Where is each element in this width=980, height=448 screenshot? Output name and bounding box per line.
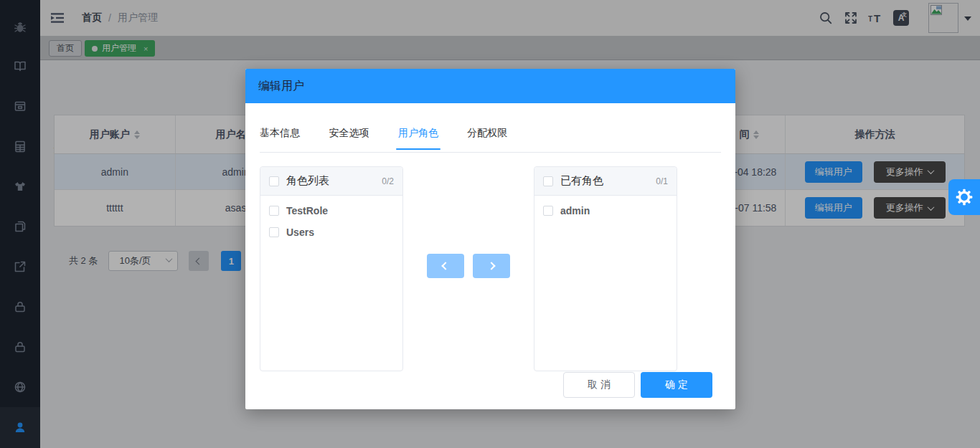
- transfer-to-left-button[interactable]: [427, 254, 464, 278]
- tab-security-options[interactable]: 安全选项: [329, 127, 369, 149]
- transfer-source-panel: 角色列表 0/2 TestRole Users: [260, 166, 403, 371]
- item-checkbox[interactable]: [269, 227, 279, 237]
- item-checkbox[interactable]: [543, 206, 553, 216]
- list-item[interactable]: TestRole: [260, 200, 402, 221]
- list-item[interactable]: admin: [534, 200, 677, 221]
- transfer-target-header: 已有角色 0/1: [534, 167, 677, 196]
- item-checkbox[interactable]: [269, 206, 279, 216]
- select-all-checkbox[interactable]: [269, 176, 279, 186]
- transfer-target-list: admin: [534, 196, 677, 221]
- confirm-button[interactable]: 确 定: [641, 372, 712, 398]
- modal-header: 编辑用户: [245, 69, 735, 103]
- edit-user-modal: 编辑用户 基本信息 安全选项 用户角色 分配权限 角色列表 0/2 TestRo…: [245, 69, 735, 409]
- transfer-target-title: 已有角色: [560, 174, 649, 188]
- tab-user-roles[interactable]: 用户角色: [398, 127, 438, 149]
- chevron-right-icon: [487, 262, 495, 270]
- transfer-source-title: 角色列表: [286, 174, 374, 188]
- modal-title: 编辑用户: [258, 69, 304, 103]
- transfer-buttons: [427, 254, 510, 278]
- list-item[interactable]: Users: [260, 221, 402, 243]
- transfer-source-count: 0/2: [382, 176, 394, 186]
- select-all-checkbox[interactable]: [543, 176, 553, 186]
- transfer-to-right-button[interactable]: [473, 254, 510, 278]
- transfer-source-list: TestRole Users: [260, 196, 402, 243]
- chevron-left-icon: [441, 262, 449, 270]
- tab-assign-permissions[interactable]: 分配权限: [467, 127, 507, 149]
- modal-tabs: 基本信息 安全选项 用户角色 分配权限: [260, 126, 721, 153]
- transfer-target-count: 0/1: [656, 176, 668, 186]
- gear-icon: [956, 189, 973, 206]
- screen: 首页 / 用户管理 TT A 文: [0, 0, 980, 448]
- settings-gear-button[interactable]: [948, 179, 980, 215]
- transfer-source-header: 角色列表 0/2: [260, 167, 402, 196]
- tab-basic-info[interactable]: 基本信息: [260, 127, 300, 149]
- cancel-button[interactable]: 取 消: [563, 372, 635, 398]
- transfer-target-panel: 已有角色 0/1 admin: [534, 166, 677, 371]
